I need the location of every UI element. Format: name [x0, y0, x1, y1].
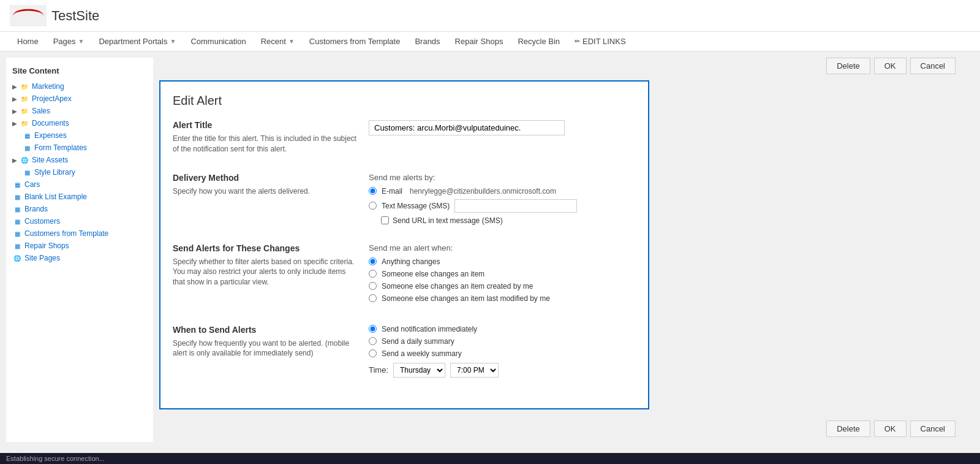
immediate-group: Send notification immediately: [369, 325, 636, 333]
weekly-radio[interactable]: [369, 349, 377, 357]
folder-icon: 📁: [20, 106, 29, 116]
anything-changes-group: Anything changes: [369, 257, 636, 266]
sms-radio[interactable]: [369, 202, 377, 210]
top-delete-button[interactable]: Delete: [826, 58, 870, 74]
sidebar-item-site-pages[interactable]: 🌐 Site Pages: [6, 252, 153, 264]
top-ok-button[interactable]: OK: [874, 58, 907, 74]
top-cancel-button[interactable]: Cancel: [910, 58, 956, 74]
weekly-group: Send a weekly summary: [369, 349, 636, 358]
email-label[interactable]: E-mail: [382, 187, 402, 196]
site-icon: 🌐: [20, 155, 29, 165]
sidebar-item-marketing[interactable]: ▶ 📁 Marketing: [6, 80, 153, 93]
sidebar-item-customers[interactable]: ▦ Customers: [6, 215, 153, 227]
modified-by-me-radio[interactable]: [369, 294, 377, 302]
bottom-cancel-button[interactable]: Cancel: [910, 420, 956, 437]
delivery-label-col: Delivery Method Specify how you want the…: [173, 173, 356, 225]
sms-label[interactable]: Text Message (SMS): [382, 202, 450, 210]
time-day-select[interactable]: Thursday: [393, 363, 445, 378]
sidebar-item-blank-list[interactable]: ▦ Blank List Example: [6, 191, 153, 203]
sms-radio-group: Text Message (SMS): [369, 199, 636, 213]
logo-image: [10, 5, 47, 26]
alert-title-input[interactable]: [369, 120, 565, 135]
arrow-icon: ▶: [12, 157, 17, 164]
immediate-radio[interactable]: [369, 325, 377, 333]
sidebar-item-brands[interactable]: ▦ Brands: [6, 203, 153, 215]
sms-url-label[interactable]: Send URL in text message (SMS): [393, 216, 503, 225]
time-row: Time: Thursday 7:00 PM: [369, 363, 636, 378]
nav-customers-template[interactable]: Customers from Template: [302, 32, 408, 51]
nav-pages[interactable]: Pages ▼: [46, 32, 92, 51]
send-changes-input-col: Send me an alert when: Anything changes …: [369, 243, 636, 306]
created-by-me-label[interactable]: Someone else changes an item created by …: [382, 282, 533, 291]
when-to-send-desc: Specify how frequently you want to be al…: [173, 338, 356, 359]
arrow-icon: ▶: [12, 120, 17, 127]
sidebar-item-documents[interactable]: ▶ 📁 Documents: [6, 117, 153, 129]
list-icon: ▦: [22, 167, 32, 177]
sidebar-title: Site Content: [6, 64, 153, 80]
sidebar-item-customers-template[interactable]: ▦ Customers from Template: [6, 227, 153, 240]
someone-else-label[interactable]: Someone else changes an item: [382, 270, 484, 278]
alert-title-heading: Alert Title: [173, 120, 356, 130]
nav-brands[interactable]: Brands: [407, 32, 447, 51]
main-container: Site Content ▶ 📁 Marketing ▶ 📁 ProjectAp…: [0, 51, 980, 448]
sidebar-item-form-templates[interactable]: ▦ Form Templates: [16, 142, 153, 154]
arrow-icon: ▶: [12, 108, 17, 115]
sms-url-checkbox[interactable]: [381, 216, 389, 224]
bottom-delete-button[interactable]: Delete: [826, 420, 870, 437]
list-icon: ▦: [12, 204, 22, 214]
list-icon: ▦: [22, 131, 32, 140]
anything-changes-radio[interactable]: [369, 257, 377, 265]
send-changes-heading: Send Alerts for These Changes: [173, 243, 356, 253]
immediate-label[interactable]: Send notification immediately: [382, 325, 477, 333]
recent-dropdown-icon: ▼: [288, 38, 295, 45]
delivery-desc: Specify how you want the alerts delivere…: [173, 186, 356, 197]
header: TestSite: [0, 0, 980, 32]
when-to-send-section: When to Send Alerts Specify how frequent…: [173, 325, 636, 378]
time-hour-select[interactable]: 7:00 PM: [450, 363, 499, 378]
daily-radio[interactable]: [369, 337, 377, 345]
time-label: Time:: [369, 365, 388, 375]
created-by-me-radio[interactable]: [369, 282, 377, 290]
send-changes-desc: Specify whether to filter alerts based o…: [173, 257, 356, 287]
nav-bar: Home Pages ▼ Department Portals ▼ Commun…: [0, 32, 980, 51]
sidebar-item-site-assets[interactable]: ▶ 🌐 Site Assets: [6, 154, 153, 166]
when-to-send-heading: When to Send Alerts: [173, 325, 356, 335]
sms-input[interactable]: [454, 199, 577, 213]
delivery-heading: Delivery Method: [173, 173, 356, 183]
sidebar-item-projectapex[interactable]: ▶ 📁 ProjectApex: [6, 93, 153, 105]
bottom-ok-button[interactable]: OK: [874, 420, 907, 437]
weekly-label[interactable]: Send a weekly summary: [382, 349, 462, 358]
delivery-input-col: Send me alerts by: E-mail henrylegge@cit…: [369, 173, 636, 225]
sidebar-item-expenses[interactable]: ▦ Expenses: [16, 129, 153, 142]
bottom-buttons-row: Delete OK Cancel: [159, 416, 968, 442]
alert-title-input-col: [369, 120, 636, 154]
someone-created-group: Someone else changes an item created by …: [369, 282, 636, 291]
nav-repair-shops[interactable]: Repair Shops: [448, 32, 511, 51]
pages-dropdown-icon: ▼: [78, 38, 85, 45]
sidebar-item-sales[interactable]: ▶ 📁 Sales: [6, 105, 153, 117]
sidebar-item-style-library[interactable]: ▦ Style Library: [16, 166, 153, 178]
list-icon: ▦: [12, 241, 22, 251]
nav-department-portals[interactable]: Department Portals ▼: [91, 32, 183, 51]
sidebar-item-cars[interactable]: ▦ Cars: [6, 178, 153, 191]
someone-else-radio[interactable]: [369, 270, 377, 278]
daily-label[interactable]: Send a daily summary: [382, 337, 454, 346]
folder-icon: 📁: [20, 118, 29, 128]
email-value: henrylegge@citizenbuilders.onmicrosoft.c…: [410, 187, 556, 196]
list-icon: ▦: [12, 229, 22, 238]
send-by-label: Send me alerts by:: [369, 173, 636, 182]
nav-home[interactable]: Home: [10, 32, 46, 51]
email-radio[interactable]: [369, 187, 377, 195]
nav-communication[interactable]: Communication: [183, 32, 253, 51]
folder-icon: 📁: [20, 82, 29, 91]
alert-when-label: Send me an alert when:: [369, 243, 636, 253]
nav-recent[interactable]: Recent ▼: [254, 32, 302, 51]
nav-recycle-bin[interactable]: Recycle Bin: [510, 32, 567, 51]
edit-links-button[interactable]: EDIT LINKS: [567, 32, 633, 51]
anything-label[interactable]: Anything changes: [382, 257, 440, 266]
sidebar-item-repair-shops[interactable]: ▦ Repair Shops: [6, 240, 153, 252]
folder-icon: 📁: [20, 94, 29, 104]
logo-area: TestSite: [10, 5, 99, 26]
modified-by-me-label[interactable]: Someone else changes an item last modifi…: [382, 294, 550, 303]
sidebar: Site Content ▶ 📁 Marketing ▶ 📁 ProjectAp…: [6, 58, 153, 442]
